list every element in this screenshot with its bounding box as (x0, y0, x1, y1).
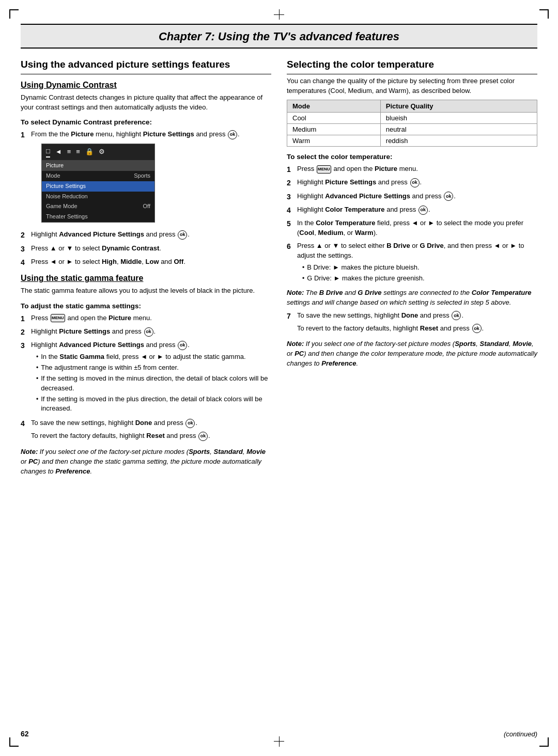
continued-text: (continued) (504, 730, 537, 738)
color-temp-note1: Note: The B Drive and G Drive settings a… (287, 288, 537, 308)
static-gamma-note: Note: If you select one of the factory-s… (21, 447, 271, 477)
step-ct-3: 3 Highlight Advanced Picture Settings an… (287, 192, 537, 202)
step-sg-2: 2 Highlight Picture Settings and press o… (21, 327, 271, 337)
static-gamma-label: To adjust the static gamma settings: (21, 301, 271, 311)
step-ct-7: 7 To save the new settings, highlight Do… (287, 311, 537, 337)
step-ct-5: 5 In the Color Temperature field, press … (287, 218, 537, 238)
content-area: Using the advanced picture settings feat… (21, 49, 537, 479)
static-gamma-bullets: In the Static Gamma field, press ◄ or ► … (36, 352, 271, 413)
menu-icon-audio: ◄ (55, 147, 62, 157)
ok-icon-sg2: ok (144, 327, 153, 337)
step-sg-1: 1 Press MENU and open the Picture menu. (21, 313, 271, 324)
color-temp-note2: Note: If you select one of the factory-s… (287, 339, 537, 369)
step-ct-2: 2 Highlight Picture Settings and press o… (287, 178, 537, 188)
menu-icon-setup: ≡ (67, 147, 71, 157)
step-dc-2: 2 Highlight Advanced Picture Settings an… (21, 230, 271, 240)
corner-mark-tr (539, 9, 549, 19)
ok-icon-dc1: ok (228, 130, 237, 139)
dynamic-contrast-steps: 1 From the the Picture menu, highlight P… (21, 130, 271, 267)
step-dc-3: 3 Press ▲ or ▼ to select Dynamic Contras… (21, 244, 271, 254)
static-gamma-section: Using the static gamma feature The stati… (21, 274, 271, 476)
menu-icon-monitor: □ (46, 147, 50, 158)
color-temp-bullets: B Drive: ► makes the picture blueish. G … (302, 263, 537, 283)
ok-icon-ct7a: ok (452, 311, 461, 320)
menu-icon-lock: 🔒 (85, 147, 94, 157)
dynamic-contrast-label: To select Dynamic Contrast preference: (21, 117, 271, 128)
dynamic-contrast-section: Using Dynamic Contrast Dynamic Contrast … (21, 81, 271, 267)
table-row-cool: Cool blueish (287, 113, 537, 124)
menu-row-mode: ModeSports (42, 171, 154, 181)
step-ct-6: 6 Press ▲ or ▼ to select either B Drive … (287, 241, 537, 285)
ok-icon-sg3: ok (178, 341, 187, 350)
ok-icon-ct7b: ok (472, 324, 482, 333)
step-sg-4: 4 To save the new settings, highlight Do… (21, 418, 271, 444)
step-sg-3: 3 Highlight Advanced Picture Settings an… (21, 340, 271, 415)
menu-icon-gear: ⚙ (99, 147, 105, 157)
right-section-title: Selecting the color temperature (287, 59, 537, 74)
step-dc-4: 4 Press ◄ or ► to select High, Middle, L… (21, 257, 271, 267)
ok-icon-ct2: ok (410, 178, 420, 187)
ok-icon-sg4b: ok (198, 432, 208, 441)
color-temp-label: To select the color temperature: (287, 152, 537, 162)
table-row-medium: Medium neutral (287, 124, 537, 135)
static-gamma-intro: The static gamma feature allows you to a… (21, 286, 271, 296)
step-ct-4: 4 Highlight Color Temperature and press … (287, 205, 537, 215)
left-column: Using the advanced picture settings feat… (21, 49, 271, 479)
menu-icon-features: ≡ (76, 147, 80, 157)
page-number: 62 (21, 730, 29, 738)
corner-mark-br (539, 737, 549, 747)
menu-row-noise: Noise Reduction (42, 192, 154, 202)
right-intro: You can change the quality of the pictur… (287, 76, 537, 96)
dynamic-contrast-title: Using Dynamic Contrast (21, 81, 271, 90)
ok-icon-ct4: ok (419, 206, 428, 215)
menu-screenshot: □ ◄ ≡ ≡ 🔒 ⚙ Picture ModeSpo (41, 144, 155, 223)
right-column: Selecting the color temperature You can … (287, 49, 537, 479)
menu-button-sg1: MENU (51, 314, 65, 322)
corner-mark-tl (9, 9, 19, 19)
table-header-mode: Mode (287, 100, 381, 113)
menu-row-picture: Picture (42, 161, 154, 171)
step-ct-1: 1 Press MENU and open the Picture menu. (287, 164, 537, 175)
ok-icon-ct3: ok (444, 192, 453, 201)
step-dc-1: 1 From the the Picture menu, highlight P… (21, 130, 271, 227)
static-gamma-steps: 1 Press MENU and open the Picture menu. … (21, 313, 271, 444)
static-gamma-title: Using the static gamma feature (21, 274, 271, 283)
ok-icon-dc2: ok (178, 230, 187, 240)
chapter-header: Chapter 7: Using the TV's advanced featu… (21, 24, 537, 49)
color-temp-steps: 1 Press MENU and open the Picture menu. … (287, 164, 537, 285)
menu-row-theater: Theater Settings (42, 212, 154, 222)
menu-row-game: Game ModeOff (42, 201, 154, 212)
left-section-title: Using the advanced picture settings feat… (21, 59, 271, 74)
dynamic-contrast-intro: Dynamic Contrast detects changes in pict… (21, 93, 271, 113)
chapter-title: Chapter 7: Using the TV's advanced featu… (21, 30, 537, 43)
menu-row-picture-settings: Picture Settings (42, 181, 154, 192)
table-row-warm: Warm reddish (287, 135, 537, 147)
color-temp-step7: 7 To save the new settings, highlight Do… (287, 311, 537, 337)
ok-icon-sg4a: ok (185, 419, 195, 428)
corner-mark-bl (9, 737, 19, 747)
menu-button-ct1: MENU (317, 165, 331, 174)
color-temperature-table: Mode Picture Quality Cool blueish Medium… (287, 100, 537, 147)
table-header-quality: Picture Quality (380, 100, 537, 113)
